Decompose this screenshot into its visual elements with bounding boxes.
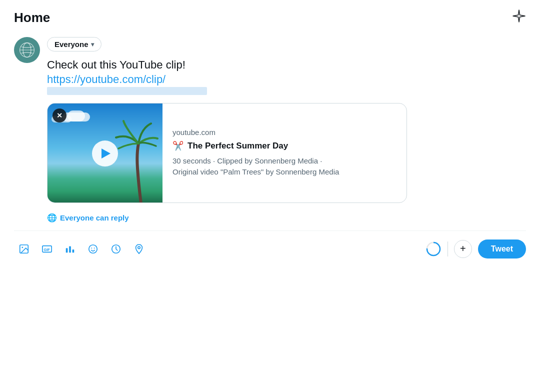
location-icon[interactable] (129, 239, 149, 259)
header: Home (0, 0, 540, 33)
tweet-main-text: Check out this YouTube clip! (47, 58, 526, 73)
plus-icon: + (460, 243, 466, 254)
schedule-icon[interactable] (106, 239, 126, 259)
globe-icon: 🌐 (47, 213, 57, 222)
chevron-down-icon: ▾ (91, 41, 94, 48)
svg-point-11 (91, 248, 92, 248)
svg-rect-9 (72, 250, 74, 252)
add-tweet-button[interactable]: + (454, 240, 472, 258)
everyone-reply-row[interactable]: 🌐 Everyone can reply (47, 213, 526, 222)
preview-thumbnail: ✕ (48, 104, 162, 203)
link-highlight-bar (47, 87, 207, 95)
image-icon[interactable] (14, 239, 34, 259)
svg-point-14 (138, 246, 140, 249)
page-container: Home (0, 0, 540, 392)
preview-meta: 30 seconds · Clipped by Sonnenberg Media… (172, 156, 339, 178)
tweet-button[interactable]: Tweet (478, 240, 526, 258)
everyone-button[interactable]: Everyone ▾ (47, 37, 102, 52)
sparkle-icon[interactable] (512, 9, 526, 26)
svg-point-10 (89, 245, 98, 254)
tweet-text: Check out this YouTube clip! https://you… (47, 58, 526, 95)
composer-top: Everyone ▾ Check out this YouTube clip! … (14, 37, 526, 222)
toolbar-icons: GIF (14, 239, 149, 259)
composer-toolbar: GIF (14, 230, 526, 264)
close-icon: ✕ (56, 112, 62, 120)
tweet-link[interactable]: https://youtube.com/clip/ (47, 73, 166, 86)
svg-point-4 (22, 246, 23, 248)
preview-source: youtube.com (172, 128, 339, 136)
play-button[interactable] (92, 140, 118, 166)
toolbar-divider (448, 242, 448, 256)
svg-rect-7 (66, 248, 68, 252)
svg-text:GIF: GIF (44, 247, 50, 252)
toolbar-right: + Tweet (426, 240, 526, 258)
preview-title: ✂️ The Perfect Summer Day (172, 140, 339, 152)
composer-area: Everyone ▾ Check out this YouTube clip! … (0, 33, 540, 264)
gif-icon[interactable]: GIF (37, 239, 57, 259)
preview-card-info: youtube.com ✂️ The Perfect Summer Day 30… (162, 104, 349, 202)
close-preview-button[interactable]: ✕ (52, 108, 66, 122)
page-title: Home (14, 10, 50, 26)
svg-point-12 (94, 248, 95, 248)
emoji-icon[interactable] (83, 239, 103, 259)
everyone-label: Everyone (54, 40, 88, 48)
character-count (426, 241, 442, 257)
everyone-reply-label: Everyone can reply (60, 214, 129, 222)
avatar (14, 37, 40, 63)
svg-rect-8 (69, 246, 71, 252)
scissors-icon: ✂️ (172, 140, 184, 152)
composer-right: Everyone ▾ Check out this YouTube clip! … (47, 37, 526, 222)
preview-card: ✕ (47, 103, 407, 203)
poll-icon[interactable] (60, 239, 80, 259)
